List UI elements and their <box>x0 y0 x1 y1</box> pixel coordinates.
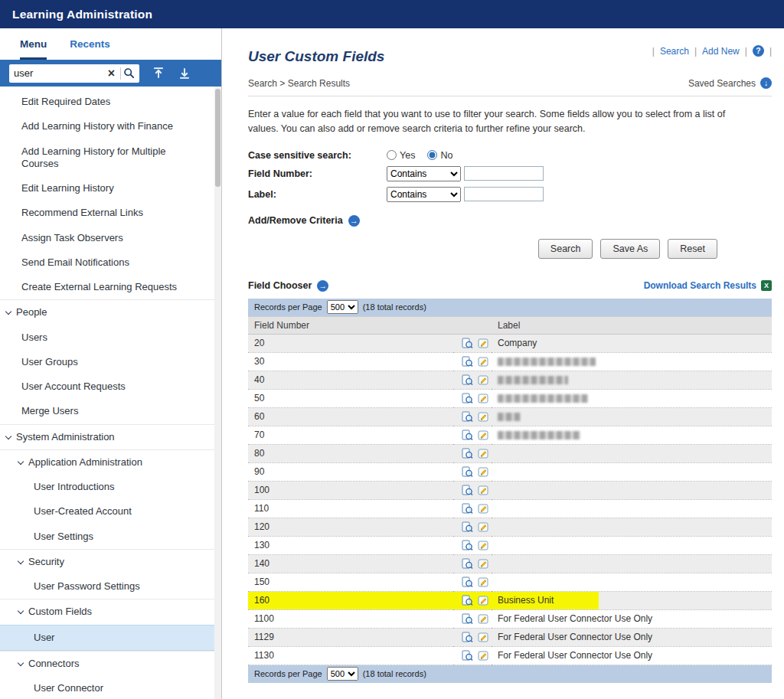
search-link[interactable]: Search <box>660 46 689 57</box>
edit-record-icon[interactable] <box>478 558 489 570</box>
edit-record-icon[interactable] <box>478 374 489 386</box>
menu-item-user-connector[interactable]: User Connector <box>0 676 221 699</box>
menu-item-edit-learning-history[interactable]: Edit Learning History <box>0 176 221 201</box>
arrow-up-to-line-icon[interactable] <box>152 67 165 80</box>
menu-item-add-learning-history-with-finance[interactable]: Add Learning History with Finance <box>0 114 221 139</box>
menu-item-user-introductions[interactable]: User Introductions <box>0 475 221 499</box>
edit-record-icon[interactable] <box>478 540 489 551</box>
reset-button[interactable]: Reset <box>668 239 717 259</box>
view-record-icon[interactable] <box>462 503 473 514</box>
view-record-icon[interactable] <box>462 558 473 570</box>
menu-item-user-password-settings[interactable]: User Password Settings <box>0 574 221 599</box>
view-record-icon[interactable] <box>462 338 473 349</box>
records-per-page-select[interactable]: 500 <box>327 300 358 314</box>
view-record-icon[interactable] <box>462 356 473 367</box>
view-record-icon[interactable] <box>462 485 473 496</box>
view-record-icon[interactable] <box>462 613 473 625</box>
edit-record-icon[interactable] <box>478 338 489 349</box>
edit-record-icon[interactable] <box>478 466 489 478</box>
field-chooser[interactable]: Field Chooser → <box>248 280 328 292</box>
view-record-icon[interactable] <box>462 632 473 643</box>
search-input[interactable] <box>14 67 105 79</box>
menu-item-user-account-requests[interactable]: User Account Requests <box>0 374 221 399</box>
edit-record-icon[interactable] <box>478 595 489 606</box>
help-icon[interactable]: ? <box>753 45 764 57</box>
view-record-icon[interactable] <box>462 466 473 478</box>
edit-record-icon[interactable] <box>478 503 489 514</box>
label-input[interactable] <box>464 187 544 201</box>
edit-record-icon[interactable] <box>478 521 489 533</box>
excel-icon[interactable]: X <box>761 280 772 291</box>
radio-yes-option[interactable]: Yes <box>387 150 415 161</box>
view-record-icon[interactable] <box>462 577 473 588</box>
edit-record-icon[interactable] <box>478 577 489 588</box>
sidebar-scrollbar-thumb[interactable] <box>215 89 220 187</box>
view-record-icon[interactable] <box>462 540 473 551</box>
menu-section-system-administration[interactable]: System Administration <box>0 424 221 449</box>
row-actions-cell <box>453 628 492 646</box>
menu-item-user-groups[interactable]: User Groups <box>0 350 221 374</box>
menu-item-send-email-notifications[interactable]: Send Email Notifications <box>0 250 221 275</box>
save-as-button[interactable]: Save As <box>600 239 660 259</box>
view-record-icon[interactable] <box>462 430 473 441</box>
search-icon[interactable] <box>123 67 135 79</box>
view-record-icon[interactable] <box>462 650 473 661</box>
menu-item-users[interactable]: Users <box>0 325 221 350</box>
menu-item-create-external-learning-requests[interactable]: Create External Learning Requests <box>0 275 221 299</box>
arrow-down-circle-icon[interactable]: ↓ <box>760 77 772 89</box>
radio-no-option[interactable]: No <box>427 150 452 161</box>
radio-no[interactable] <box>427 150 437 160</box>
main-content: User Custom Fields | Search | Add New | … <box>222 28 784 699</box>
menu-section-custom-fields[interactable]: Custom Fields <box>0 599 221 624</box>
menu-item-assign-task-observers[interactable]: Assign Task Observers <box>0 226 221 250</box>
sidebar-scrollbar[interactable] <box>214 87 221 699</box>
menu-item-add-learning-history-for-multiple-courses[interactable]: Add Learning History for Multiple Course… <box>0 139 221 177</box>
view-record-icon[interactable] <box>462 521 473 533</box>
menu-item-recommend-external-links[interactable]: Recommend External Links <box>0 201 221 225</box>
clear-search-icon[interactable]: × <box>105 67 118 80</box>
radio-yes[interactable] <box>387 150 397 160</box>
field-number-operator-select[interactable]: Contains <box>387 166 461 181</box>
edit-record-icon[interactable] <box>478 356 489 367</box>
menu-item-user-settings[interactable]: User Settings <box>0 524 221 549</box>
edit-record-icon[interactable] <box>478 411 489 423</box>
field-number-cell: 1100 <box>248 609 453 628</box>
edit-record-icon[interactable] <box>478 632 489 643</box>
menu-item-user[interactable]: User <box>0 625 221 651</box>
edit-record-icon[interactable] <box>478 430 489 441</box>
field-number-cell: 50 <box>248 389 453 407</box>
edit-record-icon[interactable] <box>478 650 489 661</box>
arrow-down-to-line-icon[interactable] <box>178 67 191 80</box>
view-record-icon[interactable] <box>462 374 473 386</box>
menu-item-label: User Introductions <box>34 481 115 493</box>
menu-section-connectors[interactable]: Connectors <box>0 651 221 676</box>
saved-searches[interactable]: Saved Searches ↓ <box>688 77 772 89</box>
tab-recents[interactable]: Recents <box>70 28 110 60</box>
menu-item-edit-required-dates[interactable]: Edit Required Dates <box>0 90 221 114</box>
add-remove-criteria[interactable]: Add/Remove Criteria → <box>248 215 772 227</box>
menu-section-security[interactable]: Security <box>0 549 221 574</box>
edit-record-icon[interactable] <box>478 393 489 404</box>
records-per-page-select[interactable]: 500 <box>327 667 358 681</box>
field-number-input[interactable] <box>464 166 544 181</box>
download-link[interactable]: Download Search Results <box>644 280 756 291</box>
field-number-cell: 140 <box>248 554 453 573</box>
search-button[interactable]: Search <box>538 239 593 259</box>
view-record-icon[interactable] <box>462 448 473 459</box>
view-record-icon[interactable] <box>462 595 473 606</box>
view-record-icon[interactable] <box>462 393 473 404</box>
arrow-right-circle-icon[interactable]: → <box>348 215 360 227</box>
edit-record-icon[interactable] <box>478 448 489 459</box>
download-search-results[interactable]: Download Search Results X <box>644 280 772 291</box>
add-new-link[interactable]: Add New <box>702 46 740 57</box>
arrow-right-circle-icon[interactable]: → <box>317 280 328 292</box>
view-record-icon[interactable] <box>462 411 473 423</box>
tab-menu[interactable]: Menu <box>20 28 47 60</box>
menu-item-user-created-account[interactable]: User-Created Account <box>0 499 221 524</box>
menu-section-people[interactable]: People <box>0 299 221 325</box>
edit-record-icon[interactable] <box>478 485 489 496</box>
menu-section-application-administration[interactable]: Application Administration <box>0 449 221 475</box>
menu-item-merge-users[interactable]: Merge Users <box>0 399 221 423</box>
label-operator-select[interactable]: Contains <box>387 187 461 202</box>
edit-record-icon[interactable] <box>478 613 489 625</box>
